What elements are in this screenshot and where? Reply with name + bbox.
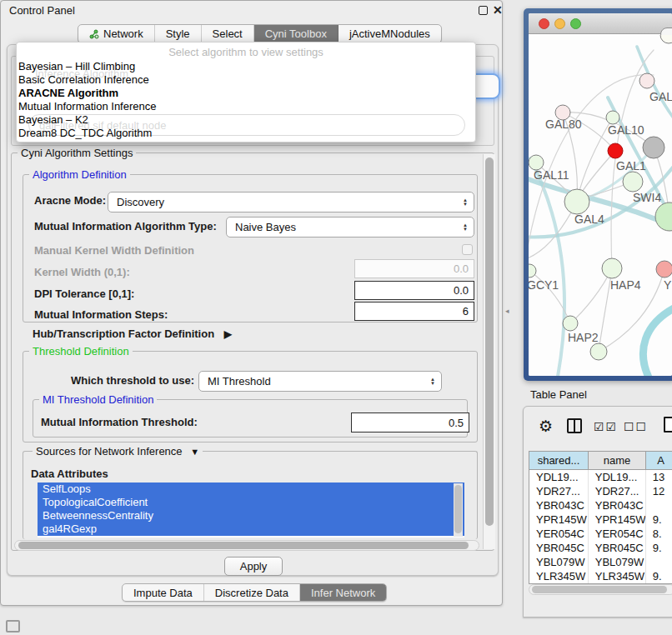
- network-node-gal[interactable]: [639, 73, 654, 88]
- table-cell: YBR045C: [589, 541, 646, 555]
- zoom-traffic-light[interactable]: [570, 18, 581, 29]
- clear-checks-icon[interactable]: ☐☐: [624, 420, 648, 433]
- data-attribute-item[interactable]: gal4RGexp: [38, 522, 464, 536]
- data-attribute-item[interactable]: TopologicalCoefficient: [38, 496, 464, 509]
- network-node-label: GAL1: [616, 159, 646, 172]
- close-panel-icon[interactable]: ✕: [493, 5, 503, 15]
- table-row[interactable]: YLR345WYLR345W9.: [529, 569, 672, 583]
- network-node-y[interactable]: [656, 261, 672, 278]
- table-hscrollbar[interactable]: [529, 584, 672, 595]
- column-header-a[interactable]: A: [646, 452, 672, 469]
- column-header-shared[interactable]: shared...: [529, 452, 589, 469]
- algorithm-option[interactable]: Mutual Information Inference: [18, 100, 156, 113]
- network-node[interactable]: [660, 35, 672, 43]
- network-node-swi4[interactable]: [655, 202, 672, 231]
- algorithm-option[interactable]: Basic Correlation Inference: [18, 73, 149, 87]
- table-cell: 9.: [646, 512, 672, 527]
- tab-network[interactable]: Network: [78, 25, 155, 42]
- algorithm-option[interactable]: Dream8 DC_TDC Algorithm: [18, 127, 152, 140]
- mi-threshold-field[interactable]: 0.5: [351, 412, 469, 432]
- network-node-gal1[interactable]: [623, 172, 643, 192]
- table-cell: 13: [646, 470, 672, 484]
- aracne-mode-combo[interactable]: Discovery ▲▼: [108, 192, 474, 212]
- sources-group-title[interactable]: Sources for Network Inference ▼: [33, 445, 203, 458]
- network-node-hap4[interactable]: [602, 258, 622, 278]
- gear-icon[interactable]: ⚙: [539, 417, 553, 436]
- network-view-frame: GALGAL80GAL10GAL1GAL11GAL4SWI4GCY1HAP4YH…: [524, 8, 672, 381]
- expand-down-icon: ▼: [190, 447, 199, 457]
- minimize-traffic-light[interactable]: [554, 18, 565, 29]
- mi-steps-field[interactable]: 6: [354, 302, 474, 321]
- tab-jactivemnodules[interactable]: jActiveMNodules: [339, 25, 441, 42]
- hub-definition-expander[interactable]: Hub/Transcription Factor Definition ▶: [33, 328, 232, 340]
- tab-select[interactable]: Select: [202, 25, 254, 42]
- select-all-checks-icon[interactable]: ☑☑: [594, 420, 618, 433]
- table-cell: YPR145W: [589, 512, 646, 527]
- table-cell: YER054C: [589, 527, 646, 541]
- attr-list-vscrollbar[interactable]: [454, 483, 463, 537]
- algorithm-dropdown-popup: Inference Algorithm galFiltered.sif defa…: [16, 42, 476, 142]
- mi-algorithm-type-value: Naive Bayes: [235, 221, 296, 233]
- attr-list-thumb[interactable]: [454, 485, 462, 533]
- settings-vscrollbar[interactable]: [483, 154, 495, 549]
- settings-hscrollbar[interactable]: [14, 540, 479, 551]
- table-row[interactable]: YPR145WYPR145W9.: [529, 512, 672, 527]
- network-node[interactable]: [608, 143, 623, 158]
- spinner-icon: ▲▼: [430, 378, 435, 386]
- mi-steps-label: Mutual Information Steps:: [34, 308, 168, 321]
- apply-button[interactable]: Apply: [224, 557, 283, 576]
- network-node[interactable]: [643, 137, 664, 158]
- algorithm-option[interactable]: Bayesian – Hill Climbing: [18, 60, 135, 73]
- tab-style[interactable]: Style: [155, 25, 202, 42]
- columns-icon[interactable]: [567, 418, 582, 433]
- panel-grip-icon[interactable]: [6, 620, 20, 632]
- algorithm-dropdown-prompt: Select algorithm to view settings: [17, 46, 475, 58]
- dpi-tolerance-field[interactable]: 0.0: [354, 281, 474, 300]
- network-node-label: HAP4: [610, 278, 641, 292]
- manual-kernel-width-checkbox[interactable]: [462, 244, 473, 255]
- settings-hscroll-thumb[interactable]: [18, 542, 469, 549]
- network-node-hap2[interactable]: [563, 316, 578, 331]
- algorithm-option[interactable]: ARACNE Algorithm: [18, 87, 118, 100]
- tab-discretize-data[interactable]: Discretize Data: [204, 584, 300, 601]
- close-traffic-light[interactable]: [539, 18, 549, 29]
- network-node-label: GAL: [649, 90, 672, 103]
- table-hscroll-thumb[interactable]: [532, 586, 667, 593]
- which-threshold-value: MI Threshold: [208, 375, 271, 388]
- splitter-collapse-icon[interactable]: ◂: [505, 307, 509, 315]
- table-row[interactable]: YDL19...YDL19...13: [529, 470, 672, 484]
- table-row[interactable]: YDR27...YDR27...12: [529, 484, 672, 498]
- tab-cyni-toolbox[interactable]: Cyni Toolbox: [254, 25, 339, 42]
- kernel-width-field[interactable]: 0.0: [354, 259, 474, 278]
- tab-infer-network[interactable]: Infer Network: [300, 584, 386, 601]
- table-row[interactable]: YER054CYER054C8.: [529, 527, 672, 541]
- algorithm-combo-focus-fragment[interactable]: [474, 73, 500, 99]
- network-node-gal4[interactable]: [564, 189, 589, 214]
- data-attributes-list[interactable]: SelfLoopsTopologicalCoefficientBetweenne…: [38, 482, 464, 538]
- network-canvas[interactable]: GALGAL80GAL10GAL1GAL11GAL4SWI4GCY1HAP4YH…: [529, 35, 672, 376]
- cyni-algorithm-settings-title: Cyni Algorithm Settings: [18, 147, 136, 159]
- settings-vscroll-thumb[interactable]: [485, 158, 494, 526]
- network-node-gal10[interactable]: [606, 111, 619, 124]
- table-row[interactable]: YBR045CYBR045C9.: [529, 541, 672, 555]
- table-cell: [646, 498, 672, 512]
- application-root: Control Panel ✕ NetworkStyleSelectCyni T…: [0, 0, 672, 635]
- aracne-mode-value: Discovery: [117, 196, 164, 208]
- table-row[interactable]: YBR043CYBR043C: [529, 498, 672, 512]
- which-threshold-combo[interactable]: MI Threshold ▲▼: [198, 371, 442, 392]
- float-panel-icon[interactable]: [479, 6, 488, 15]
- mi-algorithm-type-combo[interactable]: Naive Bayes ▲▼: [226, 217, 474, 238]
- data-attribute-item[interactable]: SelfLoops: [38, 482, 464, 496]
- data-attributes-label: Data Attributes: [31, 468, 108, 480]
- network-window-titlebar[interactable]: [529, 13, 672, 34]
- file-icon[interactable]: [664, 417, 672, 432]
- algorithm-option[interactable]: Bayesian – K2: [18, 113, 88, 127]
- table-row[interactable]: YBL079WYBL079W: [529, 555, 672, 569]
- mi-algorithm-type-label: Mutual Information Algorithm Type:: [34, 220, 217, 232]
- data-attribute-item[interactable]: BetweennessCentrality: [38, 509, 464, 522]
- control-panel-title: Control Panel: [9, 4, 75, 17]
- tab-impute-data[interactable]: Impute Data: [123, 584, 204, 601]
- column-header-name[interactable]: name: [589, 452, 646, 469]
- table-cell: 12: [646, 484, 672, 498]
- network-node[interactable]: [590, 343, 607, 360]
